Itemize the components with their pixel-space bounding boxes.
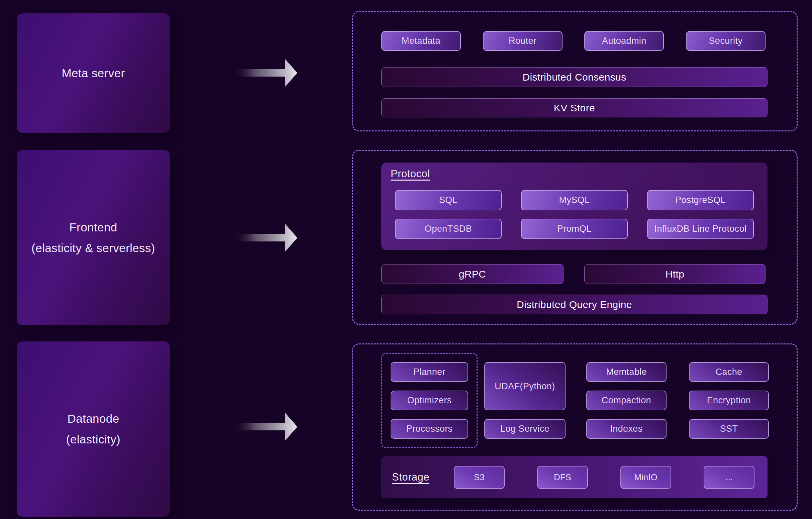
protocol-title: Protocol (390, 168, 430, 180)
frontend-label-line1: Frontend (69, 217, 117, 238)
kv-store-bar: KV Store (381, 98, 767, 117)
meta-server-node: Meta server (17, 13, 170, 133)
protocol-group: Protocol SQL MySQL PostgreSQL OpenTSDB P… (381, 163, 767, 250)
storage-item-s3: S3 (454, 466, 505, 489)
datanode-node: Datanode (elasticity) (17, 341, 170, 517)
storage-group: Storage S3 DFS MinIO ... (381, 456, 767, 498)
optimizers-block: Optimizers (390, 391, 468, 410)
planner-block: Planner (390, 362, 468, 382)
protocol-item-postgresql: PostgreSQL (647, 190, 754, 210)
http-bar: Http (584, 264, 765, 284)
module-security: Security (686, 31, 765, 51)
storage-item-dfs: DFS (537, 466, 588, 489)
storage-item-more: ... (704, 466, 754, 489)
meta-server-panel: Metadata Router Autoadmin Security Distr… (352, 11, 798, 132)
distributed-consensus-bar: Distributed Consensus (381, 67, 767, 87)
protocol-item-promql: PromQL (521, 219, 628, 239)
storage-title: Storage (392, 471, 454, 483)
protocol-grid: SQL MySQL PostgreSQL OpenTSDB PromQL Inf… (381, 190, 767, 239)
datanode-panel: Planner Optimizers Processors UDAF(Pytho… (352, 343, 798, 511)
log-service-block: Log Service (484, 419, 566, 439)
sst-block: SST (689, 419, 769, 439)
compaction-block: Compaction (586, 391, 667, 410)
meta-server-label: Meta server (61, 63, 125, 84)
module-metadata: Metadata (381, 31, 461, 51)
protocol-item-influxdb-line-protocol: InfluxDB Line Protocol (647, 219, 754, 239)
frontend-panel: Protocol SQL MySQL PostgreSQL OpenTSDB P… (352, 150, 798, 325)
flow-arrow-icon (233, 58, 297, 88)
distributed-query-engine-bar: Distributed Query Engine (381, 295, 767, 314)
protocol-row-1: SQL MySQL PostgreSQL (395, 190, 754, 210)
storage-item-minio: MinIO (620, 466, 671, 489)
memtable-block: Memtable (586, 362, 667, 382)
flow-arrow-icon (233, 223, 297, 253)
module-router: Router (483, 31, 562, 51)
protocol-row-2: OpenTSDB PromQL InfluxDB Line Protocol (395, 219, 754, 239)
protocol-item-sql: SQL (395, 190, 502, 210)
datanode-label-line2: (elasticity) (66, 429, 120, 450)
datanode-label-line1: Datanode (67, 408, 119, 429)
frontend-node: Frontend (elasticity & serverless) (17, 150, 170, 325)
cache-block: Cache (689, 362, 769, 382)
flow-arrow-icon (233, 412, 297, 441)
protocol-item-mysql: MySQL (521, 190, 628, 210)
meta-module-row: Metadata Router Autoadmin Security (381, 31, 765, 51)
architecture-diagram: Meta server Frontend (elasticity & serve… (0, 0, 812, 519)
indexes-block: Indexes (586, 419, 667, 439)
module-autoadmin: Autoadmin (584, 31, 664, 51)
udaf-python-block: UDAF(Python) (484, 362, 566, 410)
encryption-block: Encryption (689, 391, 769, 410)
grpc-bar: gRPC (381, 264, 563, 284)
processors-block: Processors (390, 419, 468, 439)
transport-row: gRPC Http (381, 264, 765, 284)
frontend-label-line2: (elasticity & serverless) (31, 238, 155, 259)
protocol-item-opentsdb: OpenTSDB (395, 219, 502, 239)
